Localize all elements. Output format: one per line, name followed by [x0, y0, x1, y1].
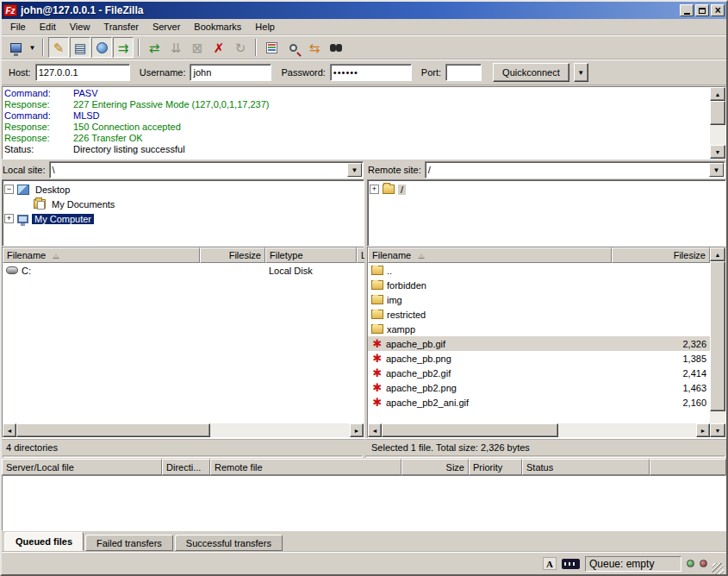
- directory-comparison-button[interactable]: [283, 37, 303, 58]
- expand-icon[interactable]: +: [370, 185, 379, 194]
- menu-help[interactable]: Help: [248, 20, 282, 34]
- column-header-filename[interactable]: Filename: [3, 247, 200, 263]
- process-queue-button[interactable]: ⇊: [165, 37, 186, 58]
- quickconnect-dropdown-button[interactable]: ▼: [574, 63, 588, 82]
- remote-site-label: Remote site:: [368, 165, 421, 175]
- resize-grip[interactable]: [712, 563, 724, 574]
- tree-item-my-computer[interactable]: + My Computer: [4, 211, 362, 226]
- table-row-selected[interactable]: apache_pb.gif2,326: [368, 336, 710, 351]
- quickconnect-button[interactable]: Quickconnect: [493, 63, 569, 82]
- menu-bar: File Edit View Transfer Server Bookmarks…: [2, 19, 726, 35]
- table-row[interactable]: apache_pb2.png1,463: [368, 380, 710, 395]
- column-header-status[interactable]: Status: [522, 459, 650, 475]
- column-header-server-local-file[interactable]: Server/Local file: [2, 459, 162, 475]
- toggle-message-log-button[interactable]: ✎: [48, 37, 69, 58]
- log-line: Response:227 Entering Passive Mode (127,…: [4, 99, 708, 110]
- menu-file[interactable]: File: [3, 20, 33, 34]
- site-manager-button[interactable]: [5, 37, 26, 58]
- scroll-right-icon[interactable]: ►: [696, 423, 710, 437]
- table-row[interactable]: xampp: [368, 322, 710, 336]
- combo-dropdown-icon[interactable]: ▼: [709, 163, 724, 177]
- toggle-remote-tree-button[interactable]: [91, 37, 112, 58]
- local-site-combo[interactable]: \ ▼: [49, 161, 364, 178]
- refresh-button[interactable]: ⇄: [144, 37, 165, 58]
- tree-item-desktop[interactable]: − Desktop: [4, 182, 362, 197]
- column-header-remote-file[interactable]: Remote file: [210, 459, 401, 475]
- filter-button[interactable]: [261, 37, 282, 58]
- table-row[interactable]: apache_pb2.gif2,414: [368, 366, 710, 380]
- window-title: john@127.0.0.1 - FileZilla: [21, 4, 678, 16]
- scroll-left-icon[interactable]: ◄: [3, 423, 16, 437]
- log-line: Command:MLSD: [4, 110, 708, 122]
- scroll-right-icon[interactable]: ►: [350, 423, 364, 437]
- queue-list-empty[interactable]: [2, 475, 726, 531]
- column-header-filetype[interactable]: Filetype: [265, 247, 357, 263]
- table-row[interactable]: apache_pb.png1,385: [368, 351, 710, 366]
- expand-icon[interactable]: +: [4, 214, 14, 223]
- scrollbar-thumb[interactable]: [710, 101, 725, 125]
- host-input[interactable]: [35, 64, 130, 81]
- tree-item-my-documents[interactable]: My Documents: [21, 197, 362, 211]
- log-vertical-scrollbar[interactable]: ▲ ▼: [710, 87, 725, 159]
- image-file-icon: [371, 397, 383, 408]
- table-row[interactable]: ..: [368, 263, 710, 278]
- column-header-direction[interactable]: Directi...: [162, 459, 210, 475]
- combo-dropdown-icon[interactable]: ▼: [347, 163, 362, 177]
- collapse-icon[interactable]: −: [4, 185, 14, 194]
- local-status-text: 4 directories: [2, 439, 364, 454]
- table-row[interactable]: forbidden: [368, 278, 710, 292]
- magnifier-icon: [289, 44, 297, 52]
- menu-bookmarks[interactable]: Bookmarks: [187, 20, 248, 34]
- column-header-filesize[interactable]: Filesize: [612, 247, 710, 263]
- local-horizontal-scrollbar[interactable]: ◄ ►: [3, 423, 364, 437]
- minimize-button[interactable]: [680, 4, 694, 16]
- remote-vertical-scrollbar[interactable]: ▲ ▼: [710, 247, 725, 437]
- remote-list-header: Filename Filesize: [368, 247, 710, 263]
- port-input[interactable]: [445, 64, 482, 81]
- scroll-down-icon[interactable]: ▼: [710, 145, 725, 159]
- find-files-button[interactable]: [326, 37, 346, 58]
- reconnect-button[interactable]: ↻: [230, 37, 251, 58]
- folder-icon: [371, 324, 383, 334]
- menu-view[interactable]: View: [63, 20, 97, 34]
- tree-item-root[interactable]: + /: [370, 182, 724, 197]
- binoculars-icon: [330, 44, 342, 52]
- remote-horizontal-scrollbar[interactable]: ◄ ►: [368, 423, 710, 437]
- cancel-operation-button[interactable]: ⊠: [187, 37, 208, 58]
- ascii-data-type-icon: A: [543, 557, 557, 570]
- username-input[interactable]: [190, 64, 271, 81]
- site-manager-dropdown-button[interactable]: ▼: [27, 37, 38, 58]
- local-tree-icon: ▤: [74, 41, 86, 54]
- scrollbar-thumb[interactable]: [16, 423, 210, 437]
- scrollbar-thumb[interactable]: [382, 423, 558, 437]
- table-row[interactable]: C: Local Disk: [3, 263, 364, 278]
- column-header-filesize[interactable]: Filesize: [200, 247, 265, 263]
- scroll-left-icon[interactable]: ◄: [368, 423, 382, 437]
- scrollbar-thumb[interactable]: [710, 261, 725, 411]
- toggle-local-tree-button[interactable]: ▤: [70, 37, 90, 58]
- port-label: Port:: [421, 67, 441, 78]
- tab-failed-transfers[interactable]: Failed transfers: [85, 535, 173, 551]
- table-row[interactable]: img: [368, 292, 710, 307]
- menu-transfer[interactable]: Transfer: [96, 20, 146, 34]
- column-header-size[interactable]: Size: [401, 459, 469, 475]
- password-input[interactable]: [330, 64, 412, 81]
- menu-server[interactable]: Server: [146, 20, 187, 34]
- scroll-down-icon[interactable]: ▼: [710, 423, 725, 437]
- column-header-filename[interactable]: Filename: [368, 247, 612, 263]
- toggle-transfer-queue-button[interactable]: ⇉: [113, 37, 134, 58]
- menu-edit[interactable]: Edit: [33, 20, 63, 34]
- disconnect-button[interactable]: ✗: [208, 37, 229, 58]
- scroll-up-icon[interactable]: ▲: [710, 247, 725, 261]
- title-bar[interactable]: Fz john@127.0.0.1 - FileZilla: [2, 2, 726, 19]
- close-button[interactable]: [711, 4, 725, 16]
- tab-queued-files[interactable]: Queued files: [4, 532, 84, 551]
- tab-successful-transfers[interactable]: Successful transfers: [175, 535, 283, 551]
- synchronized-browsing-button[interactable]: ⇆: [304, 37, 325, 58]
- table-row[interactable]: restricted: [368, 307, 710, 322]
- table-row[interactable]: apache_pb2_ani.gif2,160: [368, 395, 710, 410]
- maximize-button[interactable]: [695, 4, 709, 16]
- scroll-up-icon[interactable]: ▲: [710, 87, 725, 101]
- column-header-priority[interactable]: Priority: [469, 459, 522, 475]
- remote-site-combo[interactable]: / ▼: [425, 161, 725, 178]
